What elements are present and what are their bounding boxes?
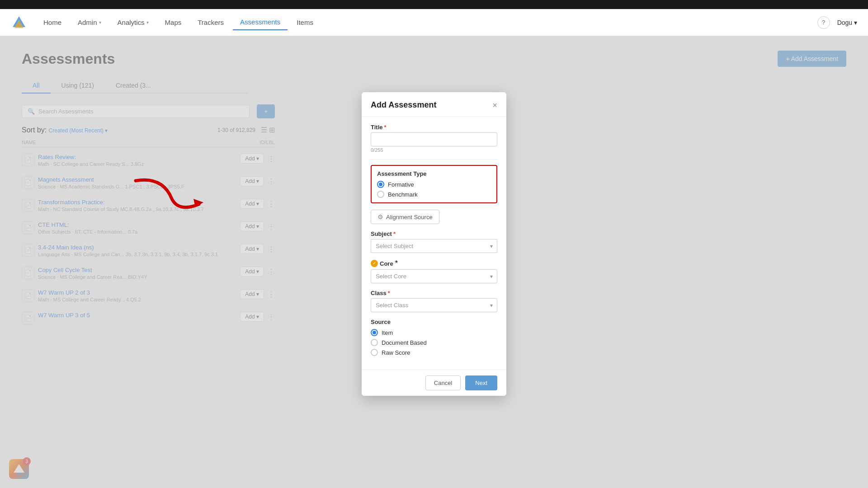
subject-select-wrapper: Select Subject ▾ (371, 239, 497, 253)
core-icon: ✓ (371, 260, 378, 267)
core-group: ✓ Core * Select Core ▾ (371, 259, 497, 283)
class-label: Class * (371, 290, 497, 296)
add-assessment-modal: Add Assessment × Title * 0/255 Assessmen… (362, 92, 506, 396)
modal-footer: Cancel Next (362, 370, 506, 396)
modal-body: Title * 0/255 Assessment Type Formative … (362, 117, 506, 370)
class-select-wrapper: Select Class ▾ (371, 298, 497, 312)
core-required: * (395, 259, 398, 267)
modal-header: Add Assessment × (362, 92, 506, 117)
char-count: 0/255 (371, 147, 497, 153)
user-menu[interactable]: Dogu ▾ (837, 19, 857, 26)
nav-links: Home Admin ▾ Analytics ▾ Maps Trackers A… (36, 14, 817, 30)
subject-group: Subject * Select Subject ▾ (371, 230, 497, 253)
assessment-type-label: Assessment Type (377, 170, 491, 177)
source-options: Item Document Based Raw Score (371, 329, 497, 356)
radio-document-based[interactable]: Document Based (371, 339, 497, 346)
nav-bar: Home Admin ▾ Analytics ▾ Maps Trackers A… (0, 9, 868, 36)
source-label: Source (371, 319, 497, 325)
class-required: * (388, 290, 390, 296)
radio-item[interactable]: Item (371, 329, 497, 336)
app-logo[interactable] (11, 14, 27, 31)
next-button[interactable]: Next (465, 375, 497, 390)
radio-raw-circle (371, 349, 378, 356)
nav-home[interactable]: Home (36, 15, 69, 30)
modal-close-button[interactable]: × (492, 101, 497, 109)
top-bar (0, 0, 868, 9)
nav-analytics[interactable]: Analytics ▾ (110, 15, 156, 30)
assessment-type-radio-group: Formative Benchmark (377, 181, 491, 198)
core-select[interactable]: Select Core (371, 269, 497, 283)
help-button[interactable]: ? (817, 16, 830, 29)
divider (371, 159, 497, 160)
nav-items[interactable]: Items (289, 15, 321, 30)
class-group: Class * Select Class ▾ (371, 290, 497, 312)
nav-assessments[interactable]: Assessments (233, 14, 288, 30)
analytics-chevron: ▾ (146, 20, 149, 25)
source-group: Source Item Document Based Raw Score (371, 319, 497, 356)
modal-title: Add Assessment (371, 100, 436, 110)
nav-trackers[interactable]: Trackers (190, 15, 231, 30)
radio-formative-circle (377, 181, 384, 188)
subject-label: Subject * (371, 230, 497, 237)
title-input[interactable] (371, 132, 497, 146)
radio-formative[interactable]: Formative (377, 181, 491, 188)
radio-benchmark-circle (377, 191, 384, 198)
core-select-wrapper: Select Core ▾ (371, 269, 497, 283)
subject-select[interactable]: Select Subject (371, 239, 497, 253)
class-select[interactable]: Select Class (371, 298, 497, 312)
subject-required: * (393, 230, 396, 237)
title-label: Title * (371, 124, 497, 131)
radio-benchmark[interactable]: Benchmark (377, 191, 491, 198)
title-required: * (384, 124, 387, 131)
gear-icon: ⚙ (377, 213, 383, 221)
radio-raw-score[interactable]: Raw Score (371, 349, 497, 356)
nav-maps[interactable]: Maps (158, 15, 189, 30)
assessment-type-box: Assessment Type Formative Benchmark (371, 165, 497, 203)
admin-chevron: ▾ (99, 20, 101, 25)
alignment-source-button[interactable]: ⚙ Alignment Source (371, 210, 439, 224)
radio-item-circle (371, 329, 378, 336)
cancel-button[interactable]: Cancel (425, 375, 461, 390)
nav-admin[interactable]: Admin ▾ (71, 15, 108, 30)
radio-document-circle (371, 339, 378, 346)
title-group: Title * 0/255 (371, 124, 497, 153)
core-label-row: ✓ Core * (371, 259, 497, 267)
nav-right: ? Dogu ▾ (817, 16, 857, 29)
